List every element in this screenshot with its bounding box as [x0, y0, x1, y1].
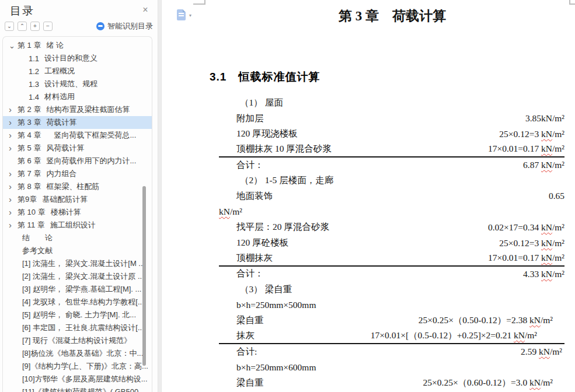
toc-item[interactable]: 1.2工程概况	[3, 65, 152, 78]
doc-line: b×h=250mm×600mm	[219, 360, 564, 376]
doc-line-value: 25×0.12=3 kN/m²	[499, 238, 564, 249]
toc-item-number: 第 4 章	[18, 130, 41, 141]
doc-line-value: 17×0.01=0.17 kN/m²	[488, 144, 564, 154]
toc-item[interactable]: [1] 沈蒲生， 梁兴文.混凝土设计[M ...	[3, 257, 152, 270]
doc-line-value: 17×0.01=0.17 kN/m²	[488, 253, 564, 263]
doc-line: 顶棚抹灰 10 厚混合砂浆17×0.01=0.17 kN/m²	[219, 142, 564, 158]
toc-item-label: [11]《建筑结构荷载规范》( GB500	[22, 387, 138, 392]
toc-item-label: [1] 沈蒲生， 梁兴文.混凝土设计[M ...	[22, 258, 145, 269]
toc-item[interactable]: [5] 赵明华， 俞晓. 土力学[M]. 北...	[3, 309, 152, 321]
toc-item[interactable]: ›第 8 章框架梁、柱配筋	[3, 180, 152, 193]
doc-line-value: 3.85kN/m²	[525, 113, 564, 124]
toc-item[interactable]: 结 论	[3, 232, 152, 244]
toc-item[interactable]: 参考文献	[3, 244, 152, 257]
toc-item-label: 参考文献	[22, 246, 53, 256]
toc-item-label: [6] 丰定国， 王社良.抗震结构设计[...	[22, 323, 144, 333]
collapse-all-button[interactable]: −	[43, 22, 53, 31]
doc-line: 合计：4.33 kN/m²	[219, 267, 564, 282]
smart-toc-button[interactable]: 智能识别目录	[96, 21, 153, 32]
doc-line: 梁自重25×0.25×（0.60-0.12）=3.0 kN/m²	[219, 375, 564, 391]
doc-line-value: 4.33 kN/m²	[523, 269, 564, 279]
toc-item-number: 第 8 章	[18, 181, 41, 192]
doc-line-label: 地面装饰	[236, 190, 273, 202]
doc-line-label: 顶棚抹灰	[236, 252, 273, 264]
toc-item[interactable]: [2] 沈蒲生， 梁兴文.混凝土设计原 ...	[3, 270, 152, 283]
expand-all-button[interactable]: +	[30, 22, 40, 31]
doc-line: 找平层：20 厚混合砂浆0.02×17=0.34 kN/m²	[219, 220, 564, 236]
toc-item[interactable]: ›第 5 章风荷载计算	[3, 142, 152, 155]
chapter-title: 第 3 章 荷载计算	[220, 7, 564, 25]
doc-line-label: （3） 梁自重	[240, 284, 292, 296]
toc-item[interactable]: ›第 7 章内力组合	[3, 167, 152, 180]
doc-line-label: 抹灰	[236, 330, 255, 342]
toc-item[interactable]: 1.3设计规范、规程	[3, 78, 152, 90]
close-icon[interactable]: ×	[140, 4, 151, 16]
doc-line-label: （1） 屋面	[240, 97, 283, 109]
doc-line-label: 找平层：20 厚混合砂浆	[236, 221, 329, 233]
sidebar-scrollbar-thumb[interactable]	[142, 186, 146, 366]
chevron-right-icon: ›	[9, 197, 18, 202]
toc-item-label: 框架梁、柱配筋	[46, 181, 99, 192]
toc-item[interactable]: [6] 丰定国， 王社良.抗震结构设计[...	[3, 321, 152, 334]
chevron-right-icon: ›	[9, 171, 18, 177]
toc-item[interactable]: 1.4材料选用	[3, 90, 152, 103]
toc-item-label: [10]方鄂华《多层及高层建筑结构设...	[22, 374, 148, 384]
doc-line-label: 附加层	[236, 113, 264, 125]
toc-item-label: 荷载计算	[46, 117, 76, 128]
toc-item[interactable]: [9]《结构力学(上、下册)》北京：高...	[3, 360, 152, 373]
toc-item[interactable]: ›第 3 章荷载计算	[3, 116, 152, 129]
toc-item-label: [9]《结构力学(上、下册)》北京：高...	[22, 361, 148, 372]
toc-toolbar-buttons: ⌄⌃+−	[5, 22, 56, 31]
toc-item[interactable]: ›第 4 章 竖向荷载下框架受荷总...	[3, 129, 152, 142]
toc-item-number: 第 5 章	[18, 143, 41, 153]
caret-down-icon: ▾	[189, 13, 191, 18]
toc-item[interactable]: ›第9章基础配筋计算	[3, 193, 152, 206]
smart-toc-label: 智能识别目录	[107, 21, 153, 32]
toc-item[interactable]: [7] 现行《混凝土结构设计规范》	[3, 334, 152, 347]
doc-line-label: b×h=250mm×500mm	[236, 300, 316, 310]
sidebar-divider[interactable]	[158, 0, 162, 392]
doc-line: （3） 梁自重	[219, 282, 564, 298]
doc-line: 120 厚现浇楼板25×0.12=3 kN/m²	[219, 126, 564, 142]
document-pane: ▾ 第 3 章 荷载计算 3.1 恒载标准值计算 （1） 屋面附加层3.85kN…	[162, 0, 575, 392]
toc-item-label: [8]杨位洸《地基及基础》北京：中...	[22, 348, 143, 359]
pdf-reader-window: 目录 × ⌄⌃+− 智能识别目录 ⌄第 1 章绪 论1.1设计目的和意义1.2工…	[0, 0, 575, 392]
toc-item[interactable]: [8]杨位洸《地基及基础》北京：中...	[3, 347, 152, 360]
page-view-tool-button[interactable]: ▾	[177, 9, 198, 22]
toc-item[interactable]: ›第 11 章施工组织设计	[3, 219, 152, 232]
doc-line: 合计:2.59 kN/m²	[219, 344, 564, 360]
collapse-up-button[interactable]: ⌃	[18, 22, 27, 31]
doc-line: 120 厚砼楼板25×0.12=3 kN/m²	[219, 235, 564, 251]
doc-line: 抹灰17×0.01×[（0.5-0.12）+0.25]×2=0.21 kN/m²	[219, 328, 564, 344]
toc-item-number: 第9章	[18, 194, 37, 205]
toc-item-label: 风荷载计算	[46, 143, 84, 153]
doc-line-label: kN/m²	[219, 206, 242, 217]
toc-item[interactable]: [11]《建筑结构荷载规范》( GB500	[3, 386, 152, 392]
chevron-right-icon: ›	[9, 132, 18, 138]
toc-item[interactable]: ›第 2 章结构布置及梁柱截面估算	[3, 103, 152, 116]
expand-down-button[interactable]: ⌄	[5, 22, 14, 31]
crop-mark-right-vertical	[569, 0, 570, 5]
toc-header: 目录 ×	[0, 0, 158, 20]
crop-mark-left-horizontal	[193, 4, 205, 5]
chevron-right-icon: ›	[9, 184, 18, 190]
toc-item-label: 结 论	[22, 233, 53, 243]
crop-mark-left-vertical	[204, 0, 205, 5]
toc-item[interactable]: 第 6 章竖向荷载作用下的内力计...	[3, 155, 152, 167]
toc-item[interactable]: ⌄第 1 章绪 论	[3, 39, 152, 52]
toc-item-label: [5] 赵明华， 俞晓. 土力学[M]. 北...	[22, 310, 136, 320]
toc-item-label: 工程概况	[44, 66, 75, 76]
toc-sidebar: 目录 × ⌄⌃+− 智能识别目录 ⌄第 1 章绪 论1.1设计目的和意义1.2工…	[0, 0, 158, 392]
doc-line-value: 0.02×17=0.34 kN/m²	[488, 222, 564, 233]
doc-line: b×h=250mm×500mm	[219, 298, 564, 313]
toc-item[interactable]: [3] 赵明华， 梁学燕.基础工程[M]. ...	[3, 283, 152, 296]
chevron-right-icon: ›	[9, 107, 18, 113]
toc-item[interactable]: [4] 龙驭球， 包世华.结构力学教程[...	[3, 296, 152, 309]
toc-item[interactable]: ›第 10 章楼梯计算	[3, 206, 152, 219]
toc-item-label: [3] 赵明华， 梁学燕.基础工程[M]. ...	[22, 284, 141, 295]
toc-item-label: 楼梯计算	[51, 207, 81, 218]
toc-item[interactable]: [10]方鄂华《多层及高层建筑结构设...	[3, 373, 152, 386]
toc-item[interactable]: 1.1设计目的和意义	[3, 52, 152, 65]
toc-item-number: 1.2	[29, 67, 39, 76]
doc-line-label: 120 厚现浇楼板	[236, 128, 298, 140]
